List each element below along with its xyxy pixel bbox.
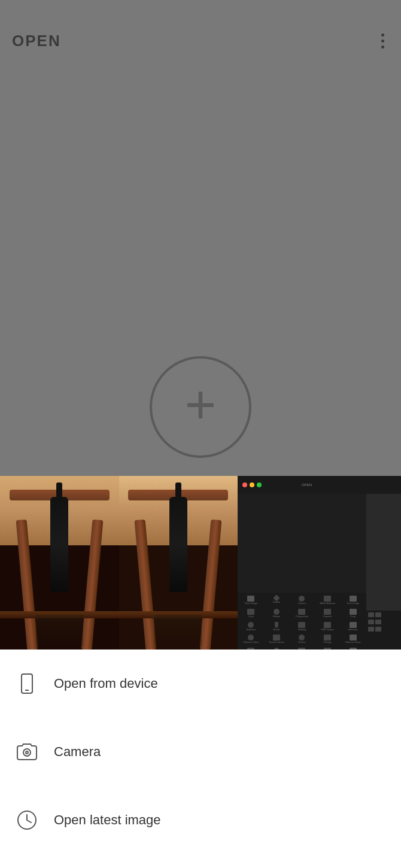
dot3: [381, 45, 384, 48]
more-options-button[interactable]: [376, 29, 389, 53]
thumbnail-1[interactable]: [0, 476, 119, 650]
svg-point-3: [26, 751, 28, 754]
thumbnail-4-partial[interactable]: LOOKS: [366, 476, 401, 650]
add-image-button[interactable]: +: [150, 356, 251, 458]
open-from-device-item[interactable]: Open from device: [0, 650, 401, 718]
dot1: [381, 34, 384, 37]
camera-label: Camera: [54, 744, 101, 760]
dot2: [381, 40, 384, 43]
open-from-device-label: Open from device: [54, 676, 158, 691]
camera-icon-container: [12, 737, 42, 767]
phone-icon-container: [12, 669, 42, 699]
open-options-menu: Open from device Camera Open latest imag…: [0, 650, 401, 854]
header: OPEN: [0, 0, 401, 53]
clock-icon-container: [12, 805, 42, 835]
thumbnail-3-editor[interactable]: OPEN Tune Image Details Curves White Bal…: [238, 476, 366, 650]
open-latest-image-label: Open latest image: [54, 812, 161, 828]
page-title: OPEN: [12, 32, 61, 50]
camera-icon: [16, 740, 38, 763]
top-gray-area: OPEN +: [0, 0, 401, 476]
svg-point-2: [23, 749, 31, 756]
camera-item[interactable]: Camera: [0, 718, 401, 786]
recent-images-strip: OPEN Tune Image Details Curves White Bal…: [0, 476, 401, 650]
open-latest-image-item[interactable]: Open latest image: [0, 786, 401, 854]
home-bar: [0, 854, 401, 868]
clock-icon: [16, 809, 38, 831]
plus-icon: +: [185, 378, 217, 432]
svg-line-6: [27, 820, 31, 823]
phone-icon: [16, 672, 38, 695]
thumbnail-2[interactable]: [119, 476, 238, 650]
